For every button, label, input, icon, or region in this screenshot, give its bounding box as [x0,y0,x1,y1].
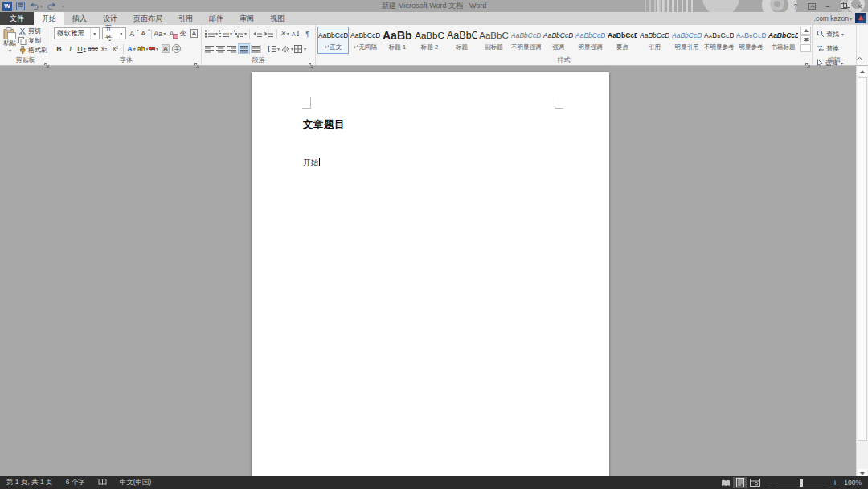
phonetic-guide-button[interactable]: 变 [178,28,188,39]
font-name-combo[interactable]: 微软雅黑▾ [54,27,100,39]
style-book-title[interactable]: AaBbCcDd书籍标题 [768,27,799,54]
zoom-in-button[interactable]: + [829,479,841,487]
change-case-button[interactable]: Aa [154,28,166,39]
style-normal[interactable]: AaBbCcDd↵正文 [317,27,349,54]
subscript-button[interactable]: x₂ [99,43,109,54]
copy-button[interactable]: 复制 [17,36,49,46]
close-button[interactable] [854,1,866,11]
tab-view[interactable]: 视图 [262,12,293,25]
scroll-up-arrow[interactable] [858,67,867,76]
zoom-slider-thumb[interactable] [800,479,803,487]
style-heading-1[interactable]: AaBbC标题 1 [382,27,413,54]
tab-review[interactable]: 审阅 [231,12,262,25]
document-body-text[interactable]: 开始 [303,158,320,168]
document-heading[interactable]: 文章题目 [303,118,345,132]
print-layout-button[interactable] [733,477,747,488]
web-layout-button[interactable] [747,477,762,488]
style-strong[interactable]: AaBbCcDd要点 [607,27,638,54]
save-button[interactable] [16,1,25,11]
account-name[interactable]: .com kazon [814,14,852,23]
restore-button[interactable] [837,1,850,11]
character-shading-button[interactable]: A [160,43,170,54]
proofing-status-icon[interactable] [92,479,113,487]
distribute-button[interactable] [251,43,261,54]
clear-formatting-button[interactable]: A [166,28,177,39]
font-color-button[interactable]: A [149,43,159,54]
styles-more-button[interactable] [800,44,811,52]
minimize-button[interactable] [821,1,834,11]
style-intense-emphasis[interactable]: AaBbCcDd明显强调 [575,27,606,54]
borders-button[interactable] [294,43,306,54]
account-area[interactable]: .com kazon [814,13,866,23]
italic-button[interactable]: I [65,43,76,54]
tab-design[interactable]: 设计 [95,12,125,25]
numbering-button[interactable] [219,28,232,39]
font-dialog-launcher[interactable] [194,57,200,64]
customize-qat-button[interactable] [61,1,64,11]
ribbon-display-options-button[interactable] [805,1,818,11]
styles-scroll-up-button[interactable] [800,27,811,35]
align-left-button[interactable] [204,43,215,54]
style-subtitle[interactable]: AaBbC副标题 [478,27,510,54]
tab-insert[interactable]: 插入 [64,12,95,25]
sort-button[interactable]: A [291,28,301,39]
style-no-spacing[interactable]: AaBbCcDd↵无间隔 [350,27,381,54]
underline-button[interactable]: U [76,43,87,54]
replace-button[interactable]: 替换 [815,43,841,53]
vertical-scrollbar[interactable] [856,66,868,479]
shrink-font-button[interactable]: A [138,28,149,39]
tab-references[interactable]: 引用 [170,12,201,25]
character-border-button[interactable]: A [189,28,199,39]
font-size-combo[interactable]: 五号▾ [102,27,126,39]
avatar[interactable] [855,13,866,23]
justify-button[interactable] [238,43,250,54]
tab-mailings[interactable]: 邮件 [201,12,231,25]
increase-indent-button[interactable] [264,28,274,39]
style-quote[interactable]: AaBbCcDd引用 [639,27,670,54]
style-subtle-emphasis[interactable]: AaBbCcDd不明显强调 [510,27,542,54]
enclose-characters-button[interactable]: 字 [171,43,182,54]
tab-file[interactable]: 文件 [0,12,34,25]
bullets-button[interactable] [204,28,218,39]
style-intense-quote[interactable]: AaBbCcDd明显引用 [671,27,702,54]
format-painter-button[interactable]: 格式刷 [17,45,49,55]
grow-font-button[interactable]: A [127,28,137,39]
page-indicator[interactable]: 第 1 页, 共 1 页 [0,478,59,487]
cut-button[interactable]: 剪切 [17,27,49,36]
zoom-slider[interactable] [776,483,826,483]
paragraph-dialog-launcher[interactable] [308,57,314,64]
zoom-out-button[interactable]: − [762,479,773,487]
style-title[interactable]: AaBbC标题 [446,27,477,54]
show-hide-marks-button[interactable]: ¶ [302,28,313,39]
document-page[interactable]: 文章题目 开始 [252,72,609,479]
bold-button[interactable]: B [54,43,64,54]
styles-dialog-launcher[interactable] [805,57,811,64]
tab-home[interactable]: 开始 [34,12,64,25]
collapse-ribbon-button[interactable] [854,54,865,63]
style-heading-2[interactable]: AaBbC标题 2 [414,27,445,54]
strikethrough-button[interactable]: abc [88,43,98,54]
superscript-button[interactable]: x² [110,43,121,54]
align-right-button[interactable] [227,43,237,54]
redo-button[interactable] [47,1,57,11]
scrollbar-thumb[interactable] [858,77,867,441]
find-button[interactable]: 查找 [815,29,845,39]
decrease-indent-button[interactable] [252,28,263,39]
style-emphasis[interactable]: AaBbCcDd强调 [542,27,574,54]
word-count[interactable]: 6 个字 [59,478,92,487]
tab-page-layout[interactable]: 页面布局 [125,12,170,25]
read-mode-button[interactable] [719,477,733,488]
asian-layout-button[interactable]: X [280,28,290,39]
style-subtle-reference[interactable]: AaBbCcDd不明显参考 [703,27,735,54]
undo-button[interactable] [29,1,43,11]
language-indicator[interactable]: 中文(中国) [113,478,158,487]
paste-button[interactable]: 粘贴 [2,27,17,54]
zoom-level[interactable]: 100% [841,479,868,487]
line-spacing-button[interactable] [267,43,280,54]
shading-button[interactable] [280,43,293,54]
help-button[interactable] [789,1,802,11]
multilevel-list-button[interactable] [233,28,247,39]
style-intense-reference[interactable]: AaBbCcDd明显参考 [735,27,767,54]
text-effects-button[interactable]: A [126,43,137,54]
highlight-button[interactable]: ab [137,43,148,54]
